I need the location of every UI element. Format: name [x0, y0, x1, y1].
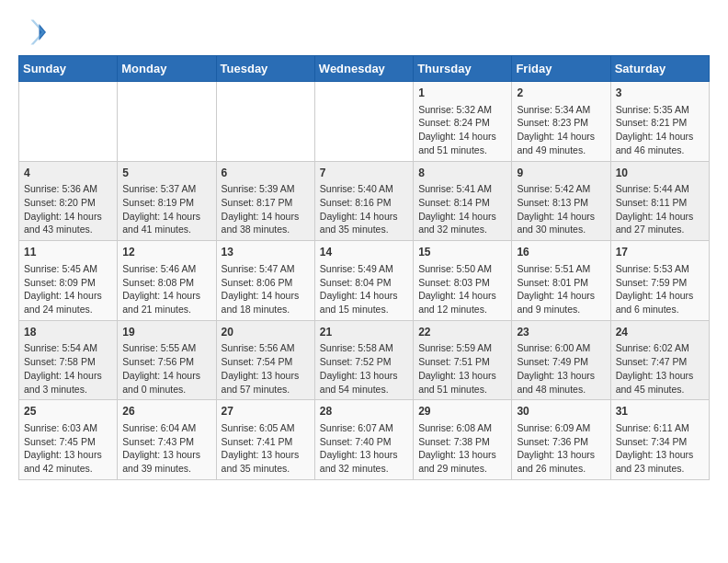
cell-content: Daylight: 13 hours and 23 minutes.	[616, 448, 704, 475]
cell-content: Sunrise: 6:04 AM	[122, 421, 210, 435]
cell-content: Daylight: 14 hours and 32 minutes.	[418, 210, 506, 236]
cell-content: Daylight: 14 hours and 46 minutes.	[616, 130, 704, 156]
cell-content: Sunrise: 5:51 AM	[517, 262, 605, 276]
day-header-wednesday: Wednesday	[314, 56, 413, 82]
cell-content: Sunset: 8:04 PM	[320, 276, 408, 290]
cell-content: Sunrise: 5:41 AM	[418, 182, 506, 196]
calendar-week-4: 18Sunrise: 5:54 AMSunset: 7:58 PMDayligh…	[19, 320, 710, 400]
cell-content: Sunrise: 6:00 AM	[517, 341, 605, 355]
cell-content: Sunrise: 5:55 AM	[122, 341, 210, 355]
day-number: 25	[24, 404, 112, 419]
day-number: 15	[418, 245, 506, 260]
cell-content: Sunrise: 5:36 AM	[24, 182, 112, 196]
calendar-cell: 21Sunrise: 5:58 AMSunset: 7:52 PMDayligh…	[314, 320, 413, 400]
cell-content: Sunrise: 5:56 AM	[222, 341, 310, 355]
logo	[18, 18, 50, 46]
calendar-cell: 3Sunrise: 5:35 AMSunset: 8:21 PMDaylight…	[610, 82, 709, 162]
day-number: 11	[24, 245, 112, 260]
logo-icon	[18, 18, 46, 46]
svg-marker-1	[31, 20, 45, 45]
cell-content: Daylight: 14 hours and 41 minutes.	[122, 210, 210, 236]
cell-content: Sunrise: 6:11 AM	[616, 421, 704, 435]
cell-content: Sunrise: 6:07 AM	[320, 421, 408, 435]
day-number: 30	[517, 404, 605, 419]
cell-content: Sunset: 7:54 PM	[222, 355, 310, 369]
calendar-cell: 11Sunrise: 5:45 AMSunset: 8:09 PMDayligh…	[19, 241, 118, 321]
cell-content: Sunrise: 6:09 AM	[517, 421, 605, 435]
day-header-saturday: Saturday	[610, 56, 709, 82]
cell-content: Sunset: 8:17 PM	[222, 196, 310, 210]
calendar-cell: 6Sunrise: 5:39 AMSunset: 8:17 PMDaylight…	[216, 161, 314, 241]
cell-content: Daylight: 13 hours and 57 minutes.	[222, 369, 310, 396]
cell-content: Sunset: 7:36 PM	[517, 435, 605, 449]
cell-content: Daylight: 13 hours and 42 minutes.	[24, 448, 112, 475]
calendar-cell: 22Sunrise: 5:59 AMSunset: 7:51 PMDayligh…	[414, 320, 512, 400]
day-header-tuesday: Tuesday	[216, 56, 314, 82]
calendar-cell: 30Sunrise: 6:09 AMSunset: 7:36 PMDayligh…	[512, 400, 610, 480]
cell-content: Sunset: 8:11 PM	[616, 196, 704, 210]
cell-content: Daylight: 14 hours and 6 minutes.	[616, 289, 704, 316]
cell-content: Sunrise: 5:32 AM	[418, 103, 506, 117]
day-number: 16	[517, 245, 605, 260]
cell-content: Daylight: 14 hours and 43 minutes.	[24, 210, 112, 236]
day-number: 17	[616, 245, 704, 260]
cell-content: Daylight: 14 hours and 30 minutes.	[517, 210, 605, 236]
day-number: 24	[616, 325, 704, 340]
calendar-cell: 13Sunrise: 5:47 AMSunset: 8:06 PMDayligh…	[216, 241, 314, 321]
cell-content: Sunset: 7:41 PM	[222, 435, 310, 449]
cell-content: Sunset: 7:51 PM	[418, 355, 506, 369]
cell-content: Sunrise: 5:50 AM	[418, 262, 506, 276]
calendar-cell: 15Sunrise: 5:50 AMSunset: 8:03 PMDayligh…	[414, 241, 512, 321]
calendar-cell	[19, 82, 118, 162]
cell-content: Sunset: 7:40 PM	[320, 435, 408, 449]
cell-content: Daylight: 14 hours and 0 minutes.	[122, 369, 210, 396]
calendar-cell	[216, 82, 314, 162]
cell-content: Daylight: 14 hours and 51 minutes.	[418, 130, 506, 156]
day-number: 23	[517, 325, 605, 340]
cell-content: Sunrise: 5:35 AM	[616, 103, 704, 117]
calendar-header-row: SundayMondayTuesdayWednesdayThursdayFrid…	[19, 56, 710, 82]
cell-content: Daylight: 13 hours and 54 minutes.	[320, 369, 408, 396]
calendar-cell	[314, 82, 413, 162]
cell-content: Daylight: 13 hours and 26 minutes.	[517, 448, 605, 475]
day-number: 5	[122, 166, 210, 181]
day-number: 3	[616, 86, 704, 101]
day-number: 1	[418, 86, 506, 101]
calendar-cell: 10Sunrise: 5:44 AMSunset: 8:11 PMDayligh…	[610, 161, 709, 241]
calendar-cell: 17Sunrise: 5:53 AMSunset: 7:59 PMDayligh…	[610, 241, 709, 321]
day-number: 4	[24, 166, 112, 181]
cell-content: Sunset: 8:09 PM	[24, 276, 112, 290]
day-header-monday: Monday	[118, 56, 216, 82]
cell-content: Daylight: 14 hours and 27 minutes.	[616, 210, 704, 236]
calendar-cell: 19Sunrise: 5:55 AMSunset: 7:56 PMDayligh…	[118, 320, 216, 400]
cell-content: Sunrise: 5:37 AM	[122, 182, 210, 196]
calendar-week-2: 4Sunrise: 5:36 AMSunset: 8:20 PMDaylight…	[19, 161, 710, 241]
calendar-week-1: 1Sunrise: 5:32 AMSunset: 8:24 PMDaylight…	[19, 82, 710, 162]
cell-content: Daylight: 14 hours and 38 minutes.	[222, 210, 310, 236]
day-number: 10	[616, 166, 704, 181]
cell-content: Sunrise: 5:40 AM	[320, 182, 408, 196]
cell-content: Daylight: 14 hours and 21 minutes.	[122, 289, 210, 316]
cell-content: Sunset: 8:14 PM	[418, 196, 506, 210]
cell-content: Sunset: 7:34 PM	[616, 435, 704, 449]
calendar-cell	[118, 82, 216, 162]
day-header-sunday: Sunday	[19, 56, 118, 82]
cell-content: Sunrise: 5:46 AM	[122, 262, 210, 276]
calendar-table: SundayMondayTuesdayWednesdayThursdayFrid…	[18, 55, 710, 480]
cell-content: Sunset: 7:45 PM	[24, 435, 112, 449]
calendar-cell: 25Sunrise: 6:03 AMSunset: 7:45 PMDayligh…	[19, 400, 118, 480]
calendar-cell: 9Sunrise: 5:42 AMSunset: 8:13 PMDaylight…	[512, 161, 610, 241]
day-number: 8	[418, 166, 506, 181]
cell-content: Sunset: 7:49 PM	[517, 355, 605, 369]
calendar-cell: 20Sunrise: 5:56 AMSunset: 7:54 PMDayligh…	[216, 320, 314, 400]
calendar-cell: 2Sunrise: 5:34 AMSunset: 8:23 PMDaylight…	[512, 82, 610, 162]
cell-content: Sunset: 8:01 PM	[517, 276, 605, 290]
calendar-cell: 28Sunrise: 6:07 AMSunset: 7:40 PMDayligh…	[314, 400, 413, 480]
day-number: 19	[122, 325, 210, 340]
cell-content: Sunset: 7:58 PM	[24, 355, 112, 369]
page-header	[18, 18, 710, 46]
cell-content: Sunset: 8:19 PM	[122, 196, 210, 210]
cell-content: Sunset: 8:21 PM	[616, 116, 704, 130]
cell-content: Sunrise: 5:59 AM	[418, 341, 506, 355]
calendar-cell: 23Sunrise: 6:00 AMSunset: 7:49 PMDayligh…	[512, 320, 610, 400]
